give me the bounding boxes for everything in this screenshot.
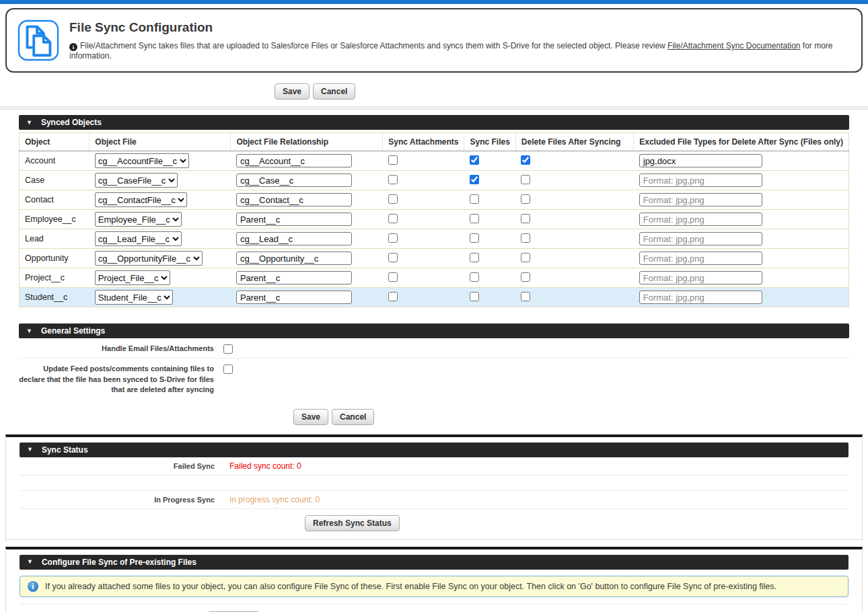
delete-after-checkbox[interactable]: [521, 233, 530, 243]
info-circle-icon: i: [28, 581, 38, 592]
relationship-input[interactable]: [236, 232, 352, 245]
relationship-input[interactable]: [236, 213, 352, 226]
collapse-triangle-icon[interactable]: ▼: [26, 120, 32, 126]
sync-attachments-checkbox[interactable]: [388, 292, 398, 301]
sync-files-checkbox[interactable]: [470, 214, 479, 223]
update-feed-label: Update Feed posts/comments containing fi…: [19, 364, 214, 395]
documentation-link[interactable]: File/Attachment Sync Documentation: [667, 41, 800, 50]
sync-attachments-checkbox[interactable]: [388, 253, 398, 262]
sync-attachments-checkbox[interactable]: [388, 233, 398, 243]
failed-sync-label: Failed Sync: [20, 462, 215, 470]
sync-attachments-checkbox[interactable]: [388, 175, 398, 184]
object-file-select[interactable]: cg__ContactFile__c: [95, 192, 187, 207]
sync-files-checkbox[interactable]: [470, 253, 479, 262]
delete-after-checkbox[interactable]: [521, 214, 530, 223]
column-header-sync-files: Sync Files: [464, 133, 515, 151]
excluded-types-input[interactable]: [639, 193, 762, 206]
sync-attachments-checkbox[interactable]: [388, 194, 398, 204]
collapse-triangle-icon[interactable]: ▼: [27, 447, 33, 453]
section-title: Configure File Sync of Pre-existing File…: [42, 558, 196, 567]
object-file-select[interactable]: cg__OpportunityFile__c: [95, 251, 203, 266]
refresh-button-row: Refresh Sync Status: [20, 509, 848, 534]
excluded-types-input[interactable]: [639, 291, 762, 304]
object-file-select[interactable]: Student_File__c: [95, 290, 173, 305]
sync-files-checkbox[interactable]: [470, 292, 479, 301]
failed-sync-row: Failed Sync Failed sync count: 0: [20, 457, 848, 475]
update-feed-checkbox[interactable]: [223, 365, 233, 374]
object-file-select[interactable]: Employee_File__c: [95, 212, 182, 227]
general-settings-section-header[interactable]: ▼ General Settings: [19, 323, 849, 338]
object-file-select[interactable]: cg__Lead_File__c: [95, 231, 182, 246]
column-header-object-file: Object File: [89, 133, 231, 151]
cancel-button[interactable]: Cancel: [332, 409, 374, 425]
column-header-excluded-types: Excluded File Types for Delete After Syn…: [634, 133, 849, 151]
section-title: Sync Status: [42, 445, 88, 455]
section-title: Synced Objects: [41, 118, 102, 127]
delete-after-checkbox[interactable]: [521, 194, 530, 204]
relationship-input[interactable]: [236, 271, 352, 284]
object-file-select[interactable]: cg__AccountFile__c: [95, 153, 189, 168]
page-header: File Sync Configuration iFile/Attachment…: [5, 8, 863, 73]
object-name-label: Contact: [20, 190, 89, 210]
excluded-types-input[interactable]: [639, 174, 762, 187]
synced-objects-table: Object Object File Object File Relations…: [19, 132, 849, 307]
relationship-input[interactable]: [236, 174, 352, 187]
table-row: Student__c Student_File__c: [20, 288, 849, 307]
table-header-row: Object Object File Object File Relations…: [20, 133, 849, 151]
bottom-action-buttons: Save Cancel: [19, 409, 849, 425]
delete-after-checkbox[interactable]: [521, 155, 530, 165]
table-row: Opportunity cg__OpportunityFile__c: [20, 249, 849, 268]
sync-files-checkbox[interactable]: [470, 175, 479, 184]
sync-status-section-header[interactable]: ▼ Sync Status: [20, 443, 848, 457]
sync-files-checkbox[interactable]: [470, 233, 479, 243]
preexisting-action-row: Configure File Sync of Pre-existing File…: [20, 604, 848, 612]
delete-after-checkbox[interactable]: [521, 253, 530, 262]
relationship-input[interactable]: [236, 252, 352, 265]
synced-objects-section-header[interactable]: ▼ Synced Objects: [19, 115, 849, 130]
refresh-sync-status-button[interactable]: Refresh Sync Status: [305, 515, 400, 531]
collapse-triangle-icon[interactable]: ▼: [27, 559, 33, 565]
delete-after-checkbox[interactable]: [521, 175, 530, 184]
object-file-select[interactable]: Project_File__c: [95, 270, 170, 285]
handle-email-setting-row: Handle Email Files/Attachments: [19, 338, 849, 358]
section-title: General Settings: [41, 326, 105, 336]
sync-files-checkbox[interactable]: [470, 194, 479, 204]
preexisting-info-box: i If you already attached some files to …: [20, 576, 848, 597]
collapse-triangle-icon[interactable]: ▼: [26, 328, 32, 334]
handle-email-checkbox[interactable]: [223, 344, 233, 354]
file-sync-app-icon: [17, 20, 59, 61]
excluded-types-input[interactable]: [639, 154, 762, 167]
sync-attachments-checkbox[interactable]: [388, 214, 398, 223]
table-row: Account cg__AccountFile__c: [20, 151, 849, 171]
object-name-label: Opportunity: [20, 249, 89, 268]
column-header-object: Object: [20, 133, 89, 151]
in-progress-sync-count: In progress sync count: 0: [229, 495, 320, 504]
relationship-input[interactable]: [236, 193, 352, 206]
save-button[interactable]: Save: [275, 83, 310, 100]
object-name-label: Lead: [20, 229, 89, 249]
excluded-types-input[interactable]: [639, 271, 762, 284]
preexisting-files-section: ▼ Configure File Sync of Pre-existing Fi…: [5, 547, 863, 612]
handle-email-label: Handle Email Files/Attachments: [19, 344, 214, 354]
sync-attachments-checkbox[interactable]: [388, 272, 398, 282]
save-button[interactable]: Save: [293, 409, 328, 425]
object-file-select[interactable]: cg__CaseFile__c: [95, 173, 178, 188]
object-name-label: Project__c: [20, 268, 89, 288]
delete-after-checkbox[interactable]: [521, 272, 530, 282]
sync-files-checkbox[interactable]: [470, 155, 479, 165]
object-name-label: Employee__c: [20, 210, 89, 229]
preexisting-section-header[interactable]: ▼ Configure File Sync of Pre-existing Fi…: [20, 555, 848, 570]
object-name-label: Account: [20, 151, 89, 171]
table-row: Contact cg__ContactFile__c: [20, 190, 849, 210]
relationship-input[interactable]: [236, 291, 352, 304]
excluded-types-input[interactable]: [639, 213, 762, 226]
relationship-input[interactable]: [236, 154, 352, 167]
excluded-types-input[interactable]: [639, 252, 762, 265]
info-icon: i: [69, 43, 77, 51]
sync-files-checkbox[interactable]: [470, 272, 479, 282]
excluded-types-input[interactable]: [639, 232, 762, 245]
sync-attachments-checkbox[interactable]: [388, 155, 398, 165]
cancel-button[interactable]: Cancel: [313, 83, 355, 100]
delete-after-checkbox[interactable]: [521, 292, 530, 301]
failed-sync-count: Failed sync count: 0: [229, 461, 301, 471]
